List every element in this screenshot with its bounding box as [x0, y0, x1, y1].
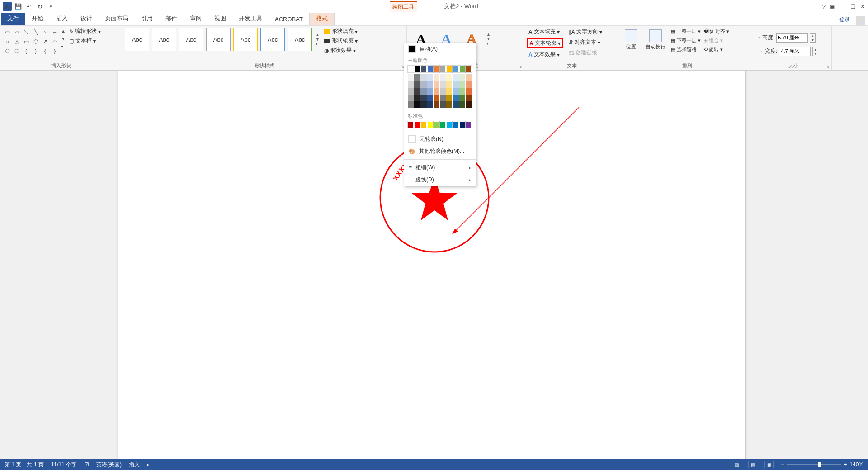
color-swatch[interactable]: [420, 95, 426, 101]
color-swatch[interactable]: [440, 88, 446, 95]
style-item[interactable]: Abc: [152, 28, 176, 51]
style-item[interactable]: Abc: [233, 28, 258, 51]
status-language[interactable]: 英语(美国): [96, 461, 122, 469]
color-swatch[interactable]: [420, 121, 426, 128]
color-swatch[interactable]: [434, 101, 439, 108]
color-swatch[interactable]: [453, 74, 458, 81]
dialog-launcher-icon[interactable]: ↘: [826, 64, 830, 69]
color-swatch[interactable]: [453, 95, 458, 101]
create-link-button[interactable]: ⮔创建链接: [567, 48, 604, 57]
height-spinner[interactable]: ▲▼: [810, 33, 816, 43]
gallery-more-icon[interactable]: ▾: [61, 43, 66, 50]
color-swatch[interactable]: [453, 81, 458, 88]
tab-design[interactable]: 设计: [74, 12, 99, 25]
dd-dashes[interactable]: ┄ 虚线(D)▸: [404, 174, 476, 186]
shape-effects-button[interactable]: ◑形状效果▾: [324, 47, 358, 54]
color-swatch[interactable]: [414, 81, 420, 88]
color-swatch[interactable]: [453, 88, 458, 95]
color-swatch[interactable]: [446, 74, 452, 81]
rotate-button[interactable]: ⟲旋转▾: [703, 46, 729, 53]
color-swatch[interactable]: [446, 121, 452, 128]
color-swatch[interactable]: [408, 88, 414, 95]
bring-forward-button[interactable]: ▦上移一层▾: [671, 28, 701, 35]
color-swatch[interactable]: [434, 74, 439, 81]
color-swatch[interactable]: [466, 66, 472, 72]
color-swatch[interactable]: [427, 66, 433, 72]
color-swatch[interactable]: [440, 81, 446, 88]
color-swatch[interactable]: [446, 66, 452, 72]
tab-home[interactable]: 开始: [25, 12, 50, 25]
text-fill-button[interactable]: A文本填充▾: [527, 28, 563, 36]
color-swatch[interactable]: [453, 66, 458, 72]
ribbon-options-icon[interactable]: ▣: [830, 3, 835, 10]
color-swatch[interactable]: [414, 88, 420, 95]
height-input[interactable]: [776, 33, 808, 43]
shape-style-gallery[interactable]: Abc Abc Abc Abc Abc Abc Abc ▲▼▾: [125, 28, 320, 51]
color-swatch[interactable]: [414, 95, 420, 101]
color-swatch[interactable]: [420, 101, 426, 108]
zoom-slider[interactable]: [787, 464, 841, 465]
shape-outline-button[interactable]: 形状轮廓▾: [324, 37, 358, 45]
color-swatch[interactable]: [414, 74, 420, 81]
color-swatch[interactable]: [427, 88, 433, 95]
zoom-in-icon[interactable]: +: [844, 461, 847, 468]
color-swatch[interactable]: [446, 101, 452, 108]
avatar-placeholder[interactable]: [856, 16, 865, 25]
color-swatch[interactable]: [408, 95, 414, 101]
color-swatch[interactable]: [408, 81, 414, 88]
dd-weight[interactable]: ≡ 粗细(W)▸: [404, 161, 476, 174]
color-swatch[interactable]: [427, 95, 433, 101]
shapes-gallery[interactable]: ▭▱＼╲⟍⌐ ○△▭⬡↗☆ ⬠⬡(){}: [3, 28, 59, 56]
minimize-icon[interactable]: —: [840, 3, 846, 10]
gallery-down-icon[interactable]: ▼: [61, 35, 66, 42]
gallery-up-icon[interactable]: ▲: [61, 28, 66, 34]
align-button[interactable]: �ița对齐▾: [703, 28, 729, 35]
style-item[interactable]: Abc: [206, 28, 231, 51]
dd-automatic[interactable]: 自动(A): [404, 43, 476, 55]
color-swatch[interactable]: [440, 74, 446, 81]
view-read-icon[interactable]: ▥: [732, 461, 741, 468]
group-button[interactable]: ⊞组合▾: [703, 37, 729, 44]
tab-view[interactable]: 视图: [208, 12, 232, 25]
width-input[interactable]: [779, 47, 811, 56]
color-swatch[interactable]: [466, 74, 472, 81]
color-swatch[interactable]: [427, 121, 433, 128]
color-swatch[interactable]: [459, 88, 465, 95]
align-text-button[interactable]: ⇵对齐文本▾: [567, 38, 604, 47]
color-swatch[interactable]: [459, 101, 465, 108]
color-swatch[interactable]: [414, 121, 420, 128]
color-swatch[interactable]: [434, 88, 439, 95]
text-outline-button[interactable]: A文本轮廓▾: [527, 38, 563, 48]
color-swatch[interactable]: [453, 121, 458, 128]
color-swatch[interactable]: [466, 101, 472, 108]
close-icon[interactable]: ✕: [860, 3, 865, 10]
color-swatch[interactable]: [427, 74, 433, 81]
text-effects-button[interactable]: A文本效果▾: [527, 50, 563, 59]
zoom-percent[interactable]: 140%: [849, 461, 863, 468]
status-macro-icon[interactable]: ▸: [147, 461, 150, 468]
color-swatch[interactable]: [446, 95, 452, 101]
textbox-button[interactable]: ▢文本框▾: [69, 37, 101, 45]
color-swatch[interactable]: [427, 81, 433, 88]
color-swatch[interactable]: [446, 88, 452, 95]
status-mode[interactable]: 插入: [129, 461, 140, 469]
color-swatch[interactable]: [466, 121, 472, 128]
shape-fill-button[interactable]: 形状填充▾: [324, 28, 358, 35]
tab-developer[interactable]: 开发工具: [232, 12, 269, 25]
position-button[interactable]: 位置: [622, 28, 640, 52]
color-swatch[interactable]: [427, 101, 433, 108]
selection-pane-button[interactable]: ▤选择窗格: [671, 46, 701, 53]
color-swatch[interactable]: [434, 66, 439, 72]
tab-acrobat[interactable]: ACROBAT: [269, 13, 309, 25]
dd-more-colors[interactable]: 🎨 其他轮廓颜色(M)...: [404, 145, 476, 157]
tab-file[interactable]: 文件: [1, 12, 25, 25]
undo-icon[interactable]: ↶: [24, 2, 33, 11]
save-icon[interactable]: 💾: [14, 2, 23, 11]
color-swatch[interactable]: [414, 66, 420, 72]
color-swatch[interactable]: [466, 88, 472, 95]
tab-references[interactable]: 引用: [135, 12, 159, 25]
color-swatch[interactable]: [420, 74, 426, 81]
color-swatch[interactable]: [408, 74, 414, 81]
style-item[interactable]: Abc: [179, 28, 203, 51]
color-swatch[interactable]: [459, 66, 465, 72]
